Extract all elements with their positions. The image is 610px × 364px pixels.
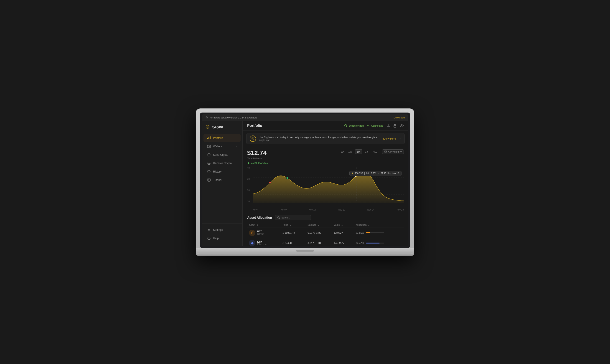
sidebar-item-label-portfolio: Portfolio <box>213 136 223 140</box>
x-label-nov4: Nov 4 <box>253 208 259 211</box>
promo-know-more-link[interactable]: Know More <box>383 137 396 140</box>
history-icon <box>207 170 211 173</box>
allocation-bar-track <box>366 243 384 244</box>
sidebar-item-label-history: History <box>213 170 222 173</box>
price-sort-icon[interactable]: ▲ <box>290 224 291 226</box>
time-btn-1m[interactable]: 1M <box>355 149 362 154</box>
y-label-20: 20 <box>247 189 250 192</box>
allocation-bar-fill <box>366 243 380 244</box>
chart-area: 40 30 20 10 <box>247 167 404 208</box>
allocation-bar-fill <box>366 232 370 233</box>
sidebar-item-history[interactable]: History <box>204 168 241 176</box>
chart-x-labels: Nov 4 Nov 9 Nov 14 Nov 19 Nov 24 Nov 29 <box>253 208 404 211</box>
price-cell: $ 16981.44 <box>281 228 306 238</box>
sidebar-item-tutorial[interactable]: Tutorial <box>204 176 241 184</box>
eye-icon <box>400 124 404 127</box>
balance-sort-icon[interactable]: ▲ <box>318 224 319 226</box>
search-icon <box>277 216 280 219</box>
search-box[interactable] <box>275 215 311 220</box>
col-price: Price ▲ <box>281 222 306 228</box>
send-icon <box>207 153 211 157</box>
svg-point-20 <box>209 239 209 239</box>
asset-cell-eth: ◆ ETH Ethereum <box>247 238 281 246</box>
sidebar-item-label-help: Help <box>213 237 219 240</box>
lock-button[interactable] <box>393 124 397 128</box>
sidebar: cySync Portfolio <box>202 121 243 246</box>
sidebar-item-label-wallets: Wallets <box>213 145 222 148</box>
sync-label: Synchronized <box>348 124 364 127</box>
promo-next-arrow[interactable]: › <box>400 137 401 140</box>
svg-marker-15 <box>208 179 210 181</box>
search-input[interactable] <box>281 216 309 219</box>
y-label-10: 10 <box>247 200 250 203</box>
asset-table: Asset ⇅ Price ▲ Balance <box>247 222 404 246</box>
svg-rect-4 <box>207 138 208 139</box>
asset-allocation-section: Asset Allocation <box>243 213 408 246</box>
time-btn-1y[interactable]: 1Y <box>363 150 370 154</box>
asset-name-info: ETH Ethereum <box>257 240 267 246</box>
promo-nav-arrows: ‹ › <box>399 137 401 140</box>
tooltip-sep1: | <box>364 172 365 175</box>
allocation-pct: 23.55% <box>356 232 365 234</box>
col-allocation: Allocation ▲ <box>354 222 404 228</box>
time-btn-all[interactable]: ALL <box>371 150 379 154</box>
balance-section: $12.74 Total Balance ▲ 2.3% $00.321 <box>243 147 272 166</box>
asset-allocation-title: Asset Allocation <box>247 216 272 219</box>
sidebar-item-send[interactable]: Send Crypto <box>204 151 241 159</box>
sidebar-item-receive[interactable]: Receive Crypto <box>204 159 241 167</box>
change-amount: $00.321 <box>258 161 268 164</box>
content-header: Portfolio Synchronized <box>243 121 408 131</box>
asset-ticker: BTC <box>257 230 264 233</box>
sync-status: Synchronized <box>344 124 364 127</box>
promo-inner-icon <box>251 137 254 140</box>
wallet-filter-dropdown[interactable]: All Wallets ▾ <box>382 149 404 154</box>
up-arrow-icon: ▲ <box>247 161 250 164</box>
asset-name: Bitcoin <box>257 233 264 235</box>
sync-icon <box>344 124 347 127</box>
sidebar-item-portfolio[interactable]: Portfolio <box>204 134 241 142</box>
x-label-nov19: Nov 19 <box>338 208 345 211</box>
time-btn-1d[interactable]: 1D <box>339 150 346 154</box>
x-label-nov14: Nov 14 <box>309 208 316 211</box>
sidebar-item-wallets[interactable]: Wallets › <box>204 142 241 151</box>
allocation-cell: 74.47% <box>354 238 404 246</box>
svg-line-36 <box>279 218 280 219</box>
balance-cell: 0.0178 BTC <box>306 228 332 238</box>
alloc-sort-icon[interactable]: ▲ <box>368 224 370 226</box>
sidebar-item-settings[interactable]: Settings <box>204 226 241 234</box>
asset-sort-icon[interactable]: ⇅ <box>257 224 258 226</box>
firmware-download-link[interactable]: Download <box>394 116 405 119</box>
balance-cell: 0.0178 ETH <box>306 238 332 246</box>
promo-prev-arrow[interactable]: ‹ <box>399 137 400 140</box>
time-filters: 1D 1W 1M 1Y ALL <box>334 147 408 154</box>
tooltip-dot <box>352 173 353 174</box>
laptop-bottom <box>196 254 414 256</box>
time-btn-1w[interactable]: 1W <box>347 150 354 154</box>
x-label-nov9: Nov 9 <box>281 208 287 211</box>
allocation-bar-track <box>366 232 384 233</box>
chart-container: 40 30 20 10 <box>243 166 408 213</box>
tutorial-icon <box>207 178 211 182</box>
wallet-filter-chevron: ▾ <box>400 150 402 153</box>
upload-icon <box>387 124 390 128</box>
value-cell: $2.9827 <box>332 228 354 238</box>
upload-button[interactable] <box>387 124 390 128</box>
balance-row: $12.74 Total Balance ▲ 2.3% $00.321 1D <box>243 147 408 166</box>
allocation-cell: 23.55% <box>354 228 404 238</box>
wallet-filter-label: All Wallets <box>388 150 400 153</box>
connected-status: Connected <box>367 124 383 127</box>
svg-point-18 <box>208 229 210 230</box>
tooltip-time: 21:45 Hrs, Nov 18 <box>381 172 399 175</box>
price-cell: $ 674.44 <box>281 238 306 246</box>
wallets-chevron-icon: › <box>236 145 237 148</box>
svg-rect-22 <box>394 126 396 127</box>
sidebar-item-label-settings: Settings <box>213 228 223 232</box>
eye-button[interactable] <box>400 124 404 127</box>
value-sort-icon[interactable]: ▲ <box>341 224 343 226</box>
allocation-pct: 74.47% <box>356 242 365 244</box>
tooltip-price: $36.733 <box>355 172 363 175</box>
sidebar-item-help[interactable]: Help <box>204 234 241 242</box>
connected-icon <box>367 125 370 127</box>
table-header-row: Asset ⇅ Price ▲ Balance <box>247 222 404 228</box>
bottom-nav: Settings Help <box>202 223 242 243</box>
